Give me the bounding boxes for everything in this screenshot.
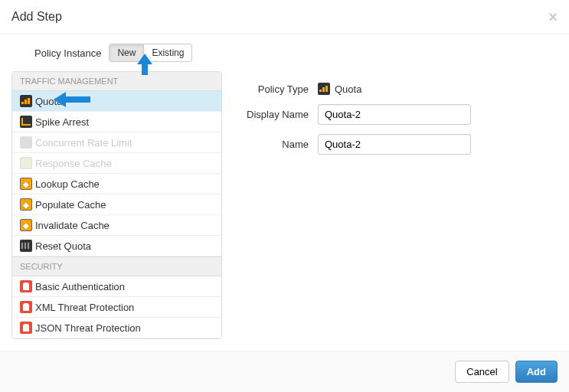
concurrent-rate-limit-icon xyxy=(20,136,32,149)
policy-item-label: Reset Quota xyxy=(35,240,91,252)
new-toggle-button[interactable]: New xyxy=(109,44,144,62)
policy-item-reset-quota[interactable]: Reset Quota xyxy=(12,236,221,256)
policy-item-xml-threat-protection[interactable]: XML Threat Protection xyxy=(12,297,221,318)
display-name-label: Display Name xyxy=(237,109,318,120)
lookup-cache-icon xyxy=(20,178,32,190)
policy-item-label: Response Cache xyxy=(35,158,112,169)
modal-footer: Cancel Add xyxy=(0,351,569,392)
populate-cache-icon xyxy=(20,198,32,211)
policy-item-invalidate-cache[interactable]: Invalidate Cache xyxy=(12,215,221,236)
name-row: Name xyxy=(237,134,542,155)
policy-type-value: Quota xyxy=(318,83,542,95)
policy-type-label: Policy Type xyxy=(237,83,318,95)
existing-toggle-button[interactable]: Existing xyxy=(144,44,192,62)
policy-item-label: XML Threat Protection xyxy=(35,302,134,313)
policy-type-row: Policy Type Quota xyxy=(237,83,542,95)
xml-threat-protection-icon xyxy=(20,301,32,313)
policy-item-concurrent-rate-limit[interactable]: Concurrent Rate Limit xyxy=(12,132,221,153)
policy-item-json-threat-protection[interactable]: JSON Threat Protection xyxy=(12,318,221,338)
policy-item-basic-authentication[interactable]: Basic Authentication xyxy=(12,276,221,297)
spike-arrest-icon xyxy=(20,116,32,128)
basic-authentication-icon xyxy=(20,280,32,292)
policy-item-label: Invalidate Cache xyxy=(35,220,110,231)
policy-item-spike-arrest[interactable]: Spike Arrest xyxy=(12,112,221,132)
section-header-security: Security xyxy=(12,256,221,276)
policy-item-label: Spike Arrest xyxy=(35,116,89,128)
policy-item-label: Quota xyxy=(35,96,62,107)
cancel-button[interactable]: Cancel xyxy=(455,361,509,383)
add-button[interactable]: Add xyxy=(515,361,558,383)
policy-item-populate-cache[interactable]: Populate Cache xyxy=(12,194,221,215)
quota-icon xyxy=(20,95,32,107)
policy-instance-label: Policy Instance xyxy=(34,47,101,59)
policy-item-regex-protection[interactable]: Regular Expression Protection xyxy=(12,338,221,339)
policy-type-text: Quota xyxy=(335,83,361,95)
reset-quota-icon xyxy=(20,240,32,252)
modal-title: Add Step xyxy=(11,10,62,24)
policy-instance-toggle: New Existing xyxy=(109,44,192,62)
policy-item-label: Lookup Cache xyxy=(35,178,100,190)
display-name-input[interactable] xyxy=(318,104,471,125)
close-icon[interactable]: × xyxy=(548,9,558,24)
content-row: Traffic Management Quota Spike Arrest Co… xyxy=(11,71,558,339)
policy-item-label: Basic Authentication xyxy=(35,281,125,292)
section-header-traffic: Traffic Management xyxy=(12,72,221,91)
display-name-row: Display Name xyxy=(237,104,542,125)
policy-item-quota[interactable]: Quota xyxy=(12,91,221,112)
policy-sidebar: Traffic Management Quota Spike Arrest Co… xyxy=(11,71,222,339)
detail-pane: Policy Type Quota Display Name Name xyxy=(222,71,558,339)
modal-header: Add Step × xyxy=(0,0,569,34)
modal-body: Policy Instance New Existing Traffic Man… xyxy=(0,34,569,347)
quota-icon xyxy=(318,83,330,95)
policy-item-label: JSON Threat Protection xyxy=(35,322,141,334)
policy-instance-row: Policy Instance New Existing xyxy=(11,44,558,62)
name-label: Name xyxy=(237,139,318,150)
response-cache-icon xyxy=(20,157,32,169)
policy-item-label: Populate Cache xyxy=(35,199,106,211)
invalidate-cache-icon xyxy=(20,219,32,231)
json-threat-protection-icon xyxy=(20,322,32,334)
policy-item-response-cache[interactable]: Response Cache xyxy=(12,153,221,174)
policy-item-label: Concurrent Rate Limit xyxy=(35,137,132,149)
policy-item-lookup-cache[interactable]: Lookup Cache xyxy=(12,174,221,194)
name-input[interactable] xyxy=(318,134,471,155)
